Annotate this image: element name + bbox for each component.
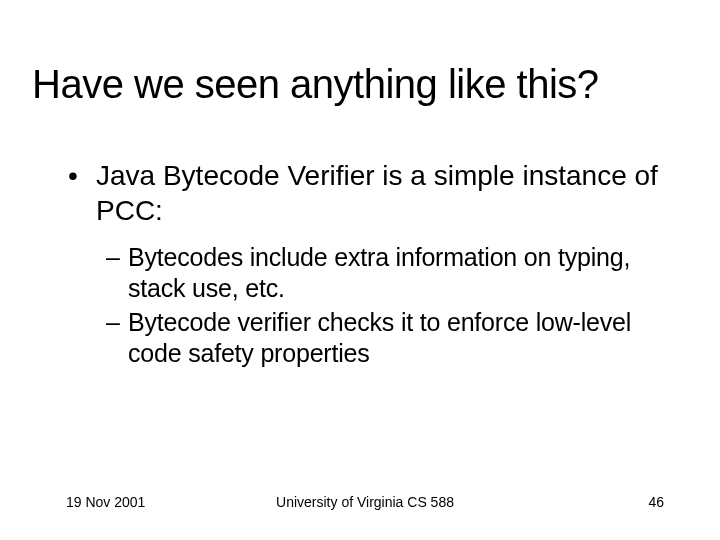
bullet-level1: • Java Bytecode Verifier is a simple ins… [68, 158, 668, 228]
bullet-text: Java Bytecode Verifier is a simple insta… [96, 158, 668, 228]
bullet-dash-icon: – [106, 242, 128, 305]
slide: Have we seen anything like this? • Java … [0, 0, 720, 540]
subbullet-text: Bytecodes include extra information on t… [128, 242, 668, 305]
bullet-level2: – Bytecodes include extra information on… [106, 242, 668, 305]
subbullet-text: Bytecode verifier checks it to enforce l… [128, 307, 668, 370]
bullet-dash-icon: – [106, 307, 128, 370]
footer-date: 19 Nov 2001 [66, 494, 145, 510]
footer-center: University of Virginia CS 588 [66, 494, 664, 510]
slide-body: • Java Bytecode Verifier is a simple ins… [68, 158, 668, 371]
bullet-dot-icon: • [68, 158, 96, 228]
bullet-level2: – Bytecode verifier checks it to enforce… [106, 307, 668, 370]
footer-page-number: 46 [648, 494, 664, 510]
slide-title: Have we seen anything like this? [32, 62, 688, 107]
subbullet-group: – Bytecodes include extra information on… [106, 242, 668, 369]
slide-footer: 19 Nov 2001 University of Virginia CS 58… [66, 494, 664, 510]
